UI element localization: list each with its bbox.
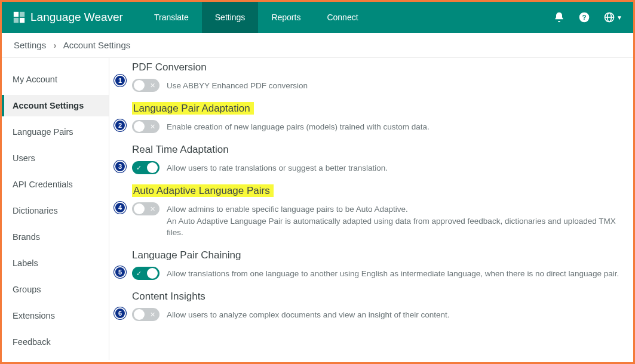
x-icon: ✕	[150, 123, 155, 131]
section-language-pair-chaining: 5Language Pair Chaining✓Allow translatio…	[114, 249, 620, 280]
toggle-knob	[134, 121, 145, 132]
annotation-badge: 3	[114, 161, 126, 172]
sidebar-item-my-account[interactable]: My Account	[2, 69, 109, 90]
sidebar-item-dictionaries[interactable]: Dictionaries	[2, 200, 109, 221]
check-icon: ✓	[136, 164, 142, 172]
chevron-down-icon: ▼	[616, 14, 622, 21]
help-icon[interactable]: ?	[578, 11, 590, 23]
toggle-knob	[134, 309, 145, 320]
setting-row: ✓Allow translations from one language to…	[132, 267, 620, 280]
toggle[interactable]: ✕	[132, 308, 159, 321]
section-pdf-conversion: 1PDF Conversion✕Use ABBYY Enhanced PDF c…	[114, 61, 620, 92]
annotation-badge: 2	[114, 119, 126, 131]
annotation-badge: 1	[114, 75, 126, 87]
setting-row: ✓Allow users to rate translations or sug…	[132, 161, 620, 174]
toggle[interactable]: ✓	[132, 267, 159, 280]
sidebar: My AccountAccount SettingsLanguage Pairs…	[2, 58, 109, 360]
nav-translate[interactable]: Translate	[141, 2, 202, 33]
svg-rect-0	[14, 12, 19, 17]
breadcrumb: Settings › Account Settings	[2, 33, 633, 58]
x-icon: ✕	[150, 205, 155, 213]
section-title: Auto Adaptive Language Pairs	[132, 185, 274, 197]
setting-row: ✕Allow users to analyze complex document…	[132, 308, 620, 321]
sidebar-item-language-pairs[interactable]: Language Pairs	[2, 121, 109, 143]
sidebar-item-users[interactable]: Users	[2, 147, 109, 169]
section-language-pair-adaptation: 2Language Pair Adaptation✕Enable creatio…	[114, 103, 620, 133]
svg-rect-2	[14, 18, 19, 23]
section-title: Content Insights	[132, 291, 205, 303]
highlight: Auto Adaptive Language Pairs	[132, 184, 274, 197]
nav-connect[interactable]: Connect	[314, 2, 371, 33]
setting-description: Enable creation of new language pairs (m…	[167, 120, 430, 133]
section-content-insights: 6Content Insights✕Allow users to analyze…	[114, 291, 620, 321]
globe-menu[interactable]: ▼	[603, 11, 622, 23]
section-auto-adaptive-language-pairs: 4Auto Adaptive Language Pairs✕Allow admi…	[114, 185, 620, 239]
toggle-knob	[134, 203, 145, 214]
toggle-knob	[134, 80, 145, 91]
sidebar-item-feedback[interactable]: Feedback	[2, 331, 109, 353]
setting-row: ✕Use ABBYY Enhanced PDF conversion	[132, 79, 620, 92]
svg-rect-3	[20, 18, 24, 23]
breadcrumb-current: Account Settings	[63, 40, 131, 50]
nav-reports[interactable]: Reports	[258, 2, 314, 33]
setting-row: ✕Enable creation of new language pairs (…	[132, 120, 620, 133]
sidebar-item-api-credentials[interactable]: API Credentials	[2, 174, 109, 195]
sidebar-item-account-settings[interactable]: Account Settings	[2, 95, 109, 116]
setting-description: Allow translations from one language to …	[167, 267, 619, 280]
toggle-knob	[147, 162, 158, 173]
svg-rect-1	[20, 12, 24, 17]
globe-icon	[603, 11, 615, 23]
toggle[interactable]: ✕	[132, 120, 159, 133]
annotation-badge: 6	[114, 307, 126, 319]
setting-description: Use ABBYY Enhanced PDF conversion	[167, 79, 308, 92]
toggle[interactable]: ✓	[132, 161, 159, 174]
annotation-badge: 4	[114, 202, 126, 214]
sidebar-item-groups[interactable]: Groups	[2, 279, 109, 300]
toggle[interactable]: ✕	[132, 79, 159, 92]
bell-icon[interactable]	[553, 11, 565, 23]
svg-text:?: ?	[582, 13, 587, 21]
section-title: Language Pair Adaptation	[132, 103, 254, 115]
section-real-time-adaptation: 3Real Time Adaptation✓Allow users to rat…	[114, 144, 620, 174]
nav-settings[interactable]: Settings	[202, 2, 259, 33]
x-icon: ✕	[150, 310, 155, 318]
highlight: Language Pair Adaptation	[132, 102, 254, 115]
check-icon: ✓	[136, 269, 142, 277]
sidebar-item-brands[interactable]: Brands	[2, 226, 109, 248]
toggle[interactable]: ✕	[132, 202, 159, 215]
setting-row: ✕Allow admins to enable specific languag…	[132, 202, 620, 239]
setting-description: Allow users to rate translations or sugg…	[167, 161, 388, 174]
chevron-right-icon: ›	[53, 40, 56, 50]
breadcrumb-root[interactable]: Settings	[14, 40, 46, 50]
setting-description: Allow admins to enable specific language…	[167, 202, 620, 239]
content: 1PDF Conversion✕Use ABBYY Enhanced PDF c…	[109, 58, 633, 360]
section-title: PDF Conversion	[132, 61, 207, 73]
app-name: Language Weaver	[30, 11, 123, 24]
sidebar-item-labels[interactable]: Labels	[2, 252, 109, 274]
logo-icon	[13, 11, 26, 24]
sidebar-item-extensions[interactable]: Extensions	[2, 305, 109, 326]
section-title: Real Time Adaptation	[132, 144, 229, 156]
topbar-icons: ? ▼	[553, 11, 622, 23]
toggle-knob	[147, 268, 158, 279]
x-icon: ✕	[150, 82, 155, 90]
app-logo: Language Weaver	[13, 11, 123, 24]
section-title: Language Pair Chaining	[132, 249, 241, 261]
nav-tabs: Translate Settings Reports Connect	[141, 2, 372, 33]
setting-description: Allow users to analyze complex documents…	[167, 308, 450, 321]
topbar: Language Weaver Translate Settings Repor…	[2, 2, 633, 33]
annotation-badge: 5	[114, 266, 126, 278]
